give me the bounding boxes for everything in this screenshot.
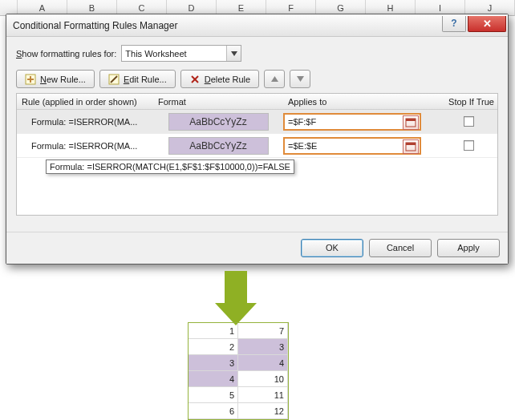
show-rules-for-label: Show formatting rules for: [16, 49, 116, 59]
svg-marker-0 [231, 51, 237, 56]
applies-to-input[interactable]: =$E:$E [283, 137, 421, 155]
svg-marker-9 [297, 76, 304, 82]
conditional-formatting-dialog: Conditional Formatting Rules Manager ? ✕… [6, 14, 509, 265]
stop-if-true-checkbox[interactable] [464, 140, 474, 151]
applies-to-value: =$F:$F [288, 117, 316, 127]
rules-list: Rule (applied in order shown) Format App… [16, 93, 498, 216]
close-icon: ✕ [483, 18, 492, 30]
svg-rect-13 [406, 143, 416, 145]
help-button[interactable]: ? [442, 16, 466, 32]
cell[interactable]: 11 [238, 387, 288, 403]
new-rule-button[interactable]: New Rule... [16, 70, 95, 88]
cell[interactable]: 2 [189, 339, 238, 355]
range-picker-icon[interactable] [403, 115, 419, 130]
svg-rect-3 [27, 79, 34, 80]
cancel-button[interactable]: Cancel [369, 239, 432, 257]
dialog-title: Conditional Formatting Rules Manager [13, 20, 177, 31]
apply-button[interactable]: Apply [437, 239, 500, 257]
cell[interactable]: 3 [189, 355, 238, 371]
svg-marker-8 [271, 76, 278, 82]
move-up-button[interactable] [264, 70, 285, 88]
cell[interactable]: 3 [238, 339, 288, 355]
cell[interactable]: 5 [189, 387, 238, 403]
chevron-up-icon [271, 75, 278, 83]
svg-rect-11 [406, 119, 416, 121]
result-table: 1 7 2 3 3 4 4 10 5 11 6 12 [188, 322, 289, 420]
cell[interactable]: 1 [189, 323, 238, 339]
edit-rule-button[interactable]: Edit Rule... [99, 70, 176, 88]
applies-to-value: =$E:$E [288, 141, 317, 151]
format-sample: AaBbCcYyZz [168, 137, 269, 155]
rule-formula-label: Formula: =ISERROR(MA... [17, 141, 153, 151]
cell[interactable]: 4 [189, 371, 238, 387]
rule-tooltip: Formula: =ISERROR(MATCH(E1,$F$1:$F$10000… [46, 160, 294, 174]
chevron-down-icon [226, 46, 241, 61]
ok-button[interactable]: OK [301, 239, 363, 257]
titlebar[interactable]: Conditional Formatting Rules Manager ? ✕ [6, 14, 508, 37]
new-rule-icon [25, 74, 36, 85]
cell[interactable]: 7 [238, 323, 288, 339]
close-button[interactable]: ✕ [468, 16, 506, 32]
move-down-button[interactable] [290, 70, 310, 88]
arrow-down-icon [215, 271, 257, 329]
column-header-applies: Applies to [283, 94, 440, 109]
format-sample: AaBbCcYyZz [168, 113, 269, 131]
help-icon: ? [451, 18, 456, 29]
stop-if-true-checkbox[interactable] [464, 116, 474, 127]
cell[interactable]: 10 [238, 371, 288, 387]
rule-row[interactable]: Formula: =ISERROR(MA... AaBbCcYyZz =$E:$… [17, 134, 497, 158]
cell[interactable]: 6 [189, 403, 238, 419]
delete-rule-icon [189, 74, 201, 85]
cell[interactable]: 4 [238, 355, 288, 371]
show-rules-for-combo[interactable]: This Worksheet [121, 45, 241, 62]
column-header-stop: Stop If True [440, 94, 497, 109]
column-header-rule: Rule (applied in order shown) [17, 94, 153, 109]
delete-rule-button[interactable]: Delete Rule [180, 70, 260, 88]
cell[interactable]: 12 [238, 403, 288, 419]
edit-rule-icon [108, 74, 120, 85]
applies-to-input[interactable]: =$F:$F [283, 113, 421, 131]
rule-formula-label: Formula: =ISERROR(MA... [17, 117, 153, 127]
combo-value: This Worksheet [125, 49, 186, 59]
chevron-down-icon [297, 75, 304, 83]
column-header-format: Format [153, 94, 283, 109]
rule-row[interactable]: Formula: =ISERROR(MA... AaBbCcYyZz =$F:$… [17, 110, 497, 134]
range-picker-icon[interactable] [403, 139, 419, 154]
